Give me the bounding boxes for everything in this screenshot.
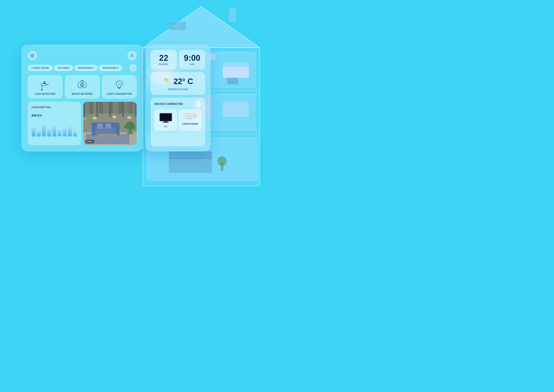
consumption-title: CONSUMPTION — [32, 106, 77, 109]
water-meter-icon — [77, 79, 88, 91]
conditioner-label: CONDITIONER — [182, 123, 198, 125]
bar-5 — [52, 126, 56, 136]
tabs-next-arrow[interactable]: › — [130, 64, 137, 71]
bar-3 — [42, 124, 46, 136]
day-number: 22 — [159, 54, 168, 62]
svg-point-59 — [93, 117, 97, 119]
svg-rect-80 — [105, 123, 111, 129]
svg-point-26 — [32, 55, 33, 56]
svg-rect-17 — [169, 158, 212, 173]
device-cards: TV — [155, 110, 201, 131]
tab-bedroom1[interactable]: BEDROOM 1 — [75, 65, 97, 71]
consumption-value: 500KV — [32, 110, 77, 118]
svg-rect-71 — [84, 119, 85, 131]
svg-point-33 — [41, 89, 42, 90]
bar-9 — [73, 131, 77, 136]
svg-rect-79 — [97, 123, 103, 129]
main-panel: LIVING ROOM KITCHEN BEDROOM 1 BEDROOM 2 … — [22, 45, 143, 151]
svg-point-27 — [131, 54, 133, 55]
svg-rect-21 — [229, 9, 236, 22]
svg-rect-82 — [99, 135, 101, 139]
date-card: 22 FRIDAY — [151, 50, 177, 69]
svg-rect-19 — [221, 162, 223, 171]
camera-scene — [83, 102, 137, 145]
tv-icon — [159, 112, 172, 124]
svg-point-20 — [217, 156, 227, 166]
settings-button[interactable] — [28, 51, 37, 60]
panel-header — [28, 51, 137, 60]
tab-bedroom2[interactable]: BEDROOM 2 — [99, 65, 122, 71]
sensor-cards: LEAK DETECTION — [28, 75, 137, 98]
consumption-unit: KV — [37, 114, 42, 117]
svg-rect-54 — [109, 102, 113, 114]
leak-detection-label: LEAK DETECTION — [35, 93, 55, 95]
svg-rect-75 — [127, 132, 133, 134]
light-bulb-icon — [114, 79, 125, 91]
temperature-label: TEMPERATURE — [168, 88, 188, 91]
day-name: FRIDAY — [159, 63, 169, 65]
svg-rect-69 — [92, 123, 95, 135]
svg-rect-53 — [99, 102, 103, 114]
light-consumption-label: LIGHT CONSUMPTION — [107, 93, 132, 95]
time-period: AM — [190, 63, 194, 65]
svg-line-44 — [122, 81, 123, 82]
svg-point-48 — [118, 83, 120, 85]
devices-title: DEVICE CONNECTED — [155, 103, 183, 105]
svg-rect-22 — [169, 22, 186, 30]
svg-point-77 — [124, 125, 130, 129]
bar-4 — [47, 129, 51, 136]
room-tabs: LIVING ROOM KITCHEN BEDROOM 1 BEDROOM 2 … — [28, 64, 137, 71]
bar-1 — [32, 127, 36, 136]
bar-6 — [58, 130, 61, 136]
svg-rect-51 — [83, 102, 84, 114]
bar-8 — [68, 126, 72, 136]
svg-point-36 — [82, 84, 83, 86]
svg-point-99 — [194, 115, 195, 116]
svg-rect-73 — [83, 131, 86, 132]
svg-point-91 — [167, 82, 170, 84]
gear-icon — [30, 53, 35, 58]
svg-rect-55 — [119, 102, 122, 114]
devices-next-arrow[interactable]: › — [195, 101, 201, 107]
temperature-value: 22° C — [173, 77, 193, 86]
sensor-leak-detection[interactable]: LEAK DETECTION — [28, 75, 62, 98]
consumption-bar-chart — [32, 121, 77, 136]
device-conditioner[interactable]: CONDITIONER — [179, 110, 201, 131]
svg-rect-56 — [128, 102, 132, 114]
svg-rect-50 — [83, 102, 137, 114]
temperature-row: 22° C — [163, 76, 193, 87]
faucet-icon — [40, 79, 51, 91]
svg-point-63 — [127, 116, 132, 119]
svg-rect-83 — [115, 135, 116, 139]
svg-rect-95 — [163, 122, 169, 123]
svg-marker-0 — [143, 7, 260, 48]
devices-section: DEVICE CONNECTED › TV — [151, 98, 205, 146]
tab-living-room[interactable]: LIVING ROOM — [28, 65, 52, 71]
svg-line-46 — [116, 81, 116, 82]
bottom-row: CONSUMPTION 500KV — [28, 102, 137, 145]
water-metering-label: WATER METERING — [72, 93, 93, 95]
device-tv[interactable]: TV — [155, 110, 177, 131]
svg-rect-93 — [161, 114, 171, 120]
svg-point-78 — [131, 126, 136, 129]
svg-point-61 — [112, 116, 116, 118]
weather-icon — [163, 76, 171, 87]
ac-icon — [183, 112, 197, 121]
tab-kitchen[interactable]: KITCHEN — [54, 65, 73, 71]
consumption-card: CONSUMPTION 500KV — [28, 102, 81, 145]
sensor-light-consumption[interactable]: LIGHT CONSUMPTION — [102, 75, 137, 98]
devices-header: DEVICE CONNECTED › — [155, 101, 201, 107]
tv-label: TV — [164, 126, 167, 128]
svg-rect-70 — [116, 123, 119, 135]
right-panel: 22 FRIDAY 9:00 AM — [145, 45, 210, 151]
sensor-water-metering[interactable]: WATER METERING — [65, 75, 99, 98]
user-button[interactable] — [128, 51, 137, 60]
clock-time: 9:00 — [184, 54, 200, 62]
time-row: 22 FRIDAY 9:00 AM — [151, 50, 205, 69]
bar-7 — [63, 128, 67, 136]
bar-2 — [37, 130, 41, 136]
camera-card: CAM 6 — [83, 102, 137, 145]
svg-rect-52 — [89, 102, 93, 114]
user-icon — [130, 53, 134, 58]
svg-rect-57 — [136, 102, 137, 114]
